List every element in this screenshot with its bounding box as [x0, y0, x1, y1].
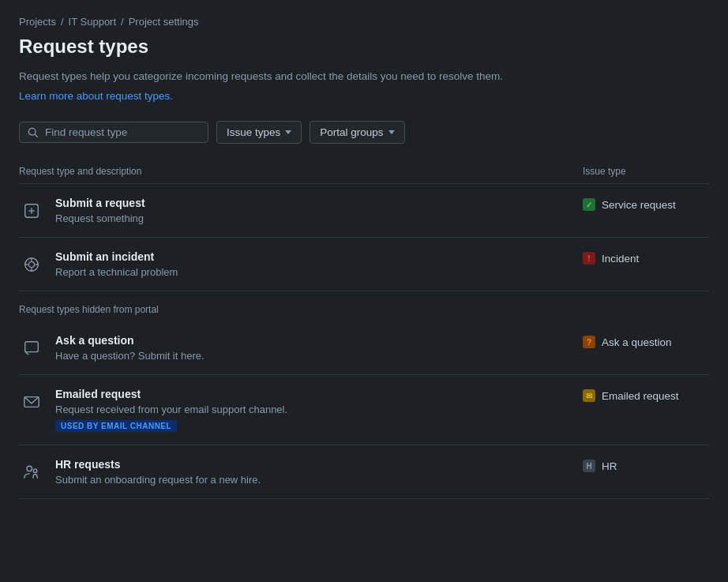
request-type-icon: [19, 389, 44, 415]
table-row: Submit a request Request something ✓ Ser…: [19, 184, 709, 238]
chevron-down-icon: [285, 130, 291, 134]
request-type-icon: [19, 252, 44, 277]
breadcrumb-current: Project settings: [129, 16, 199, 28]
request-row-left: Submit an incident Report a technical pr…: [19, 250, 583, 278]
request-info: HR requests Submit an onboarding request…: [55, 458, 583, 486]
request-name[interactable]: HR requests: [55, 458, 583, 471]
request-row-right: ! Incident: [583, 250, 709, 265]
search-input[interactable]: [45, 126, 200, 138]
email-channel-badge: USED BY EMAIL CHANNEL: [55, 420, 177, 432]
hidden-requests-list: Ask a question Have a question? Submit i…: [19, 321, 709, 499]
request-description: Request received from your email support…: [55, 404, 583, 415]
search-icon: [28, 127, 39, 138]
svg-rect-11: [25, 342, 39, 352]
issue-types-label: Issue types: [227, 126, 280, 138]
chevron-down-icon: [388, 130, 395, 134]
search-container: [19, 122, 208, 143]
request-row-right: ? Ask a question: [583, 334, 709, 348]
request-row-left: Emailed request Request received from yo…: [19, 388, 583, 432]
table-row: HR requests Submit an onboarding request…: [19, 445, 709, 499]
request-row-right: ✓ Service request: [583, 197, 709, 211]
issue-type-name: Service request: [602, 199, 676, 211]
table-row: Submit an incident Report a technical pr…: [19, 238, 709, 291]
table-row: Emailed request Request received from yo…: [19, 375, 709, 445]
breadcrumb: Projects / IT Support / Project settings: [19, 16, 709, 28]
issue-type-badge: ✉: [583, 389, 595, 402]
request-row-left: HR requests Submit an onboarding request…: [19, 458, 583, 486]
hidden-section-label: Request types hidden from portal: [19, 291, 709, 321]
svg-point-6: [28, 262, 34, 268]
request-type-icon: [19, 198, 44, 223]
request-type-icon: [19, 460, 44, 485]
request-name[interactable]: Emailed request: [55, 388, 583, 400]
request-description: Request something: [55, 212, 583, 224]
svg-point-15: [33, 469, 37, 473]
learn-more-link[interactable]: Learn more about request types.: [19, 90, 173, 102]
breadcrumb-it-support[interactable]: IT Support: [69, 16, 116, 28]
request-row-left: Submit a request Request something: [19, 197, 583, 224]
request-name[interactable]: Ask a question: [55, 334, 583, 347]
issue-type-badge: ✓: [583, 198, 595, 211]
toolbar: Issue types Portal groups: [19, 121, 709, 144]
issue-type-badge: !: [583, 252, 595, 265]
request-row-right: H HR: [583, 458, 709, 472]
issue-type-badge: ?: [583, 336, 595, 348]
svg-point-14: [27, 466, 32, 471]
table-header: Request type and description Issue type: [19, 160, 709, 184]
request-description: Have a question? Submit it here.: [55, 350, 583, 362]
table-row: Ask a question Have a question? Submit i…: [19, 321, 709, 375]
issue-types-dropdown[interactable]: Issue types: [216, 121, 302, 144]
portal-groups-label: Portal groups: [320, 126, 383, 138]
issue-type-badge: H: [583, 460, 595, 472]
issue-type-name: Emailed request: [602, 390, 679, 402]
issue-type-name: Ask a question: [602, 336, 672, 348]
request-row-right: ✉ Emailed request: [583, 388, 709, 402]
request-type-icon: [19, 336, 44, 361]
request-description: Submit an onboarding request for a new h…: [55, 474, 583, 486]
request-description: Report a technical problem: [55, 266, 583, 278]
issue-type-name: HR: [602, 460, 617, 472]
page-description: Request types help you categorize incomi…: [19, 69, 709, 84]
col-header-right: Issue type: [583, 166, 709, 177]
svg-line-1: [35, 134, 37, 137]
portal-groups-dropdown[interactable]: Portal groups: [310, 121, 404, 144]
request-info: Ask a question Have a question? Submit i…: [55, 334, 583, 362]
col-header-left: Request type and description: [19, 166, 141, 177]
request-name[interactable]: Submit an incident: [55, 250, 583, 263]
request-info: Emailed request Request received from yo…: [55, 388, 583, 432]
request-name[interactable]: Submit a request: [55, 197, 583, 209]
breadcrumb-projects[interactable]: Projects: [19, 16, 56, 28]
request-row-left: Ask a question Have a question? Submit i…: [19, 334, 583, 362]
request-info: Submit an incident Report a technical pr…: [55, 250, 583, 278]
visible-requests-list: Submit a request Request something ✓ Ser…: [19, 184, 709, 291]
page-title: Request types: [19, 36, 709, 58]
request-info: Submit a request Request something: [55, 197, 583, 224]
issue-type-name: Incident: [602, 253, 639, 265]
